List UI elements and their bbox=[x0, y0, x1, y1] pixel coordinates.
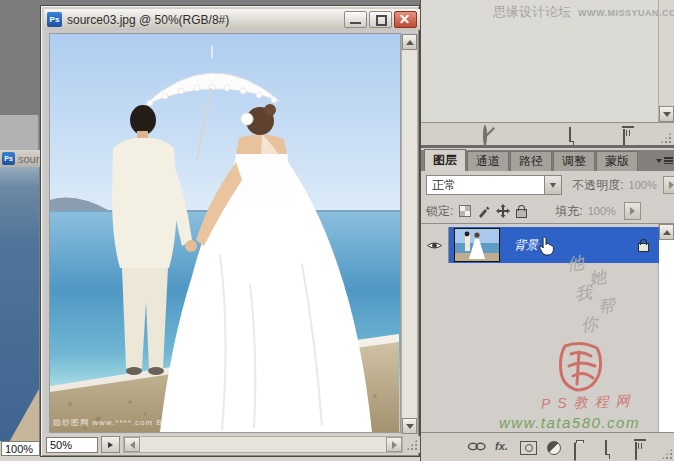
document-content-area: 婚纱图网 www.****.com BY-200 bbox=[44, 30, 416, 434]
scroll-right-button[interactable] bbox=[386, 437, 402, 452]
no-symbol-icon[interactable] bbox=[483, 125, 487, 146]
forum-watermark: 思缘设计论坛 WWW.MISSYUAN.COM bbox=[493, 3, 674, 21]
background-window-fragment bbox=[0, 115, 39, 150]
red-seal-watermark bbox=[555, 340, 607, 394]
layer-row-background[interactable]: 背景 bbox=[421, 227, 659, 263]
minimize-button[interactable] bbox=[344, 11, 367, 28]
lock-transparency-icon[interactable] bbox=[459, 205, 471, 217]
add-layer-mask-icon[interactable] bbox=[520, 441, 537, 455]
layer-style-fx-icon[interactable]: fx. bbox=[495, 440, 508, 452]
new-item-icon[interactable] bbox=[569, 127, 571, 146]
layers-panel: 图层 通道 路径 调整 蒙版 正常 不透明度: 100% 锁定: bbox=[421, 148, 674, 461]
window-buttons bbox=[344, 11, 417, 28]
ps-file-icon: Ps bbox=[47, 12, 62, 27]
lock-label: 锁定: bbox=[426, 203, 453, 220]
fill-value[interactable]: 100% bbox=[583, 205, 624, 217]
scroll-left-button[interactable] bbox=[124, 437, 140, 452]
background-window-canvas bbox=[0, 167, 39, 441]
site-url-watermark: www.tata580.com bbox=[499, 414, 640, 431]
eye-icon bbox=[426, 240, 443, 251]
layer-name: 背景 bbox=[514, 237, 538, 254]
chevron-down-icon[interactable] bbox=[545, 175, 562, 195]
adjustment-layer-icon[interactable] bbox=[547, 441, 561, 455]
forum-url-text: WWW.MISSYUAN.COM bbox=[578, 8, 674, 18]
document-statusbar: 50% bbox=[44, 436, 420, 453]
wedding-photo bbox=[50, 34, 400, 432]
panel-dock: 思缘设计论坛 WWW.MISSYUAN.COM 图层 通道 路径 调整 蒙版 正… bbox=[420, 0, 674, 461]
lock-all-icon[interactable] bbox=[516, 209, 527, 218]
ps-file-icon: Ps bbox=[2, 152, 15, 165]
opacity-label: 不透明度: bbox=[572, 177, 623, 194]
layer-thumbnail[interactable] bbox=[454, 228, 500, 262]
scroll-down-button[interactable] bbox=[659, 106, 674, 122]
blend-mode-select[interactable]: 正常 bbox=[426, 175, 545, 195]
window-resize-grip[interactable] bbox=[406, 439, 418, 451]
tab-layers[interactable]: 图层 bbox=[424, 149, 466, 171]
site-name-watermark: PS教程网 bbox=[541, 392, 637, 413]
lock-position-move-icon[interactable] bbox=[496, 204, 510, 218]
close-button[interactable] bbox=[394, 11, 417, 28]
link-layers-icon[interactable] bbox=[467, 441, 487, 452]
panel-resize-grip[interactable] bbox=[661, 448, 673, 460]
document-title: source03.jpg @ 50%(RGB/8#) bbox=[67, 13, 229, 27]
background-window-statusbar: 100% bbox=[0, 441, 40, 456]
layer-list-scrollbar[interactable] bbox=[658, 224, 674, 433]
lock-pixels-brush-icon[interactable] bbox=[477, 205, 490, 218]
thumbnail-image bbox=[455, 229, 499, 261]
new-layer-icon[interactable] bbox=[605, 440, 607, 459]
opacity-value[interactable]: 100% bbox=[624, 179, 664, 191]
status-flyout-button[interactable] bbox=[101, 436, 120, 453]
opacity-arrow-button[interactable] bbox=[663, 176, 674, 194]
canvas-vertical-scrollbar[interactable] bbox=[401, 34, 418, 434]
layer-locked-icon bbox=[638, 243, 649, 252]
tab-channels[interactable]: 通道 bbox=[467, 151, 509, 171]
handwriting-watermark: 他 bbox=[565, 251, 585, 276]
layers-panel-bottom-bar: fx. bbox=[421, 432, 674, 461]
top-panel-bottom-bar bbox=[421, 122, 674, 146]
panel-menu-icon[interactable] bbox=[656, 157, 673, 164]
handwriting-watermark: 你 bbox=[579, 312, 599, 337]
background-zoom-field[interactable]: 100% bbox=[1, 441, 40, 456]
background-window-title: sourc bbox=[18, 153, 41, 165]
scroll-up-button[interactable] bbox=[659, 224, 674, 240]
scroll-down-button[interactable] bbox=[402, 418, 417, 434]
lock-row: 锁定: 填充: 100% bbox=[421, 199, 674, 223]
zoom-level-field[interactable]: 50% bbox=[46, 437, 98, 453]
lock-icons bbox=[459, 204, 545, 218]
restore-button[interactable] bbox=[369, 11, 392, 28]
delete-layer-icon[interactable] bbox=[635, 442, 637, 460]
fill-arrow-button[interactable] bbox=[624, 202, 641, 220]
document-titlebar[interactable]: Ps source03.jpg @ 50%(RGB/8#) bbox=[44, 9, 420, 30]
tab-adjustments[interactable]: 调整 bbox=[553, 151, 595, 171]
scroll-up-button[interactable] bbox=[402, 34, 417, 50]
tab-paths[interactable]: 路径 bbox=[510, 151, 552, 171]
forum-name-text: 思缘设计论坛 bbox=[493, 3, 571, 21]
visibility-cell[interactable] bbox=[421, 227, 449, 263]
photo-watermark: 婚纱图网 www.****.com BY-200 bbox=[53, 417, 188, 428]
panel-resize-grip[interactable] bbox=[660, 132, 672, 144]
panel-tab-bar: 图层 通道 路径 调整 蒙版 bbox=[421, 150, 674, 171]
new-group-icon[interactable] bbox=[574, 442, 576, 461]
photoshop-workspace: Ps sourc 100% Ps source03.jpg @ 50%(RGB/… bbox=[0, 0, 674, 461]
blend-mode-row: 正常 不透明度: 100% bbox=[421, 173, 674, 197]
image-canvas[interactable]: 婚纱图网 www.****.com BY-200 bbox=[50, 34, 400, 432]
handwriting-watermark: 帮 bbox=[596, 294, 616, 319]
background-window-titlebar[interactable]: Ps sourc bbox=[0, 150, 41, 167]
fill-label: 填充: bbox=[555, 203, 582, 220]
document-window: Ps source03.jpg @ 50%(RGB/8#) bbox=[40, 5, 420, 457]
tab-masks[interactable]: 蒙版 bbox=[596, 151, 638, 171]
canvas-horizontal-scrollbar[interactable] bbox=[123, 436, 403, 453]
handwriting-watermark: 我 bbox=[573, 281, 593, 306]
